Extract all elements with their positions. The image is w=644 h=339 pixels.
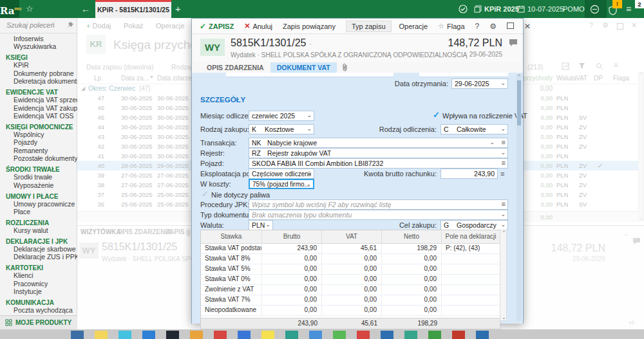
dialog-help-button[interactable]: ? bbox=[475, 22, 480, 31]
sidebar-item[interactable]: Umowy pracownicze bbox=[0, 201, 77, 208]
sidebar-item[interactable]: Wyposażenie bbox=[0, 182, 77, 190]
currency-select[interactable]: PLN ⌄ bbox=[249, 220, 273, 230]
chevron-down-icon: ⌄ bbox=[307, 170, 312, 176]
os-taskbar bbox=[0, 329, 644, 339]
deduction-select[interactable]: CCałkowite ⌄ bbox=[440, 124, 508, 134]
taskbar-app-icon[interactable] bbox=[71, 331, 84, 339]
scrollbar-thumb[interactable] bbox=[517, 80, 521, 125]
jpk-doctype-select[interactable]: Brak oznaczenia typu dokumentu ⌄ bbox=[249, 210, 508, 220]
taskbar-app-icon[interactable] bbox=[214, 331, 227, 339]
purpose-select[interactable]: GGospodarczy ⌄ bbox=[440, 220, 508, 230]
attachment-icon[interactable] bbox=[342, 63, 348, 71]
dialog-settings-button[interactable]: ⚙ bbox=[489, 22, 497, 31]
sidebar-item[interactable]: Pojazdy bbox=[0, 139, 77, 147]
dialog-header: WY 5815K1/1301/25 · Wydatek · SHELL POLS… bbox=[192, 34, 523, 62]
tab-dokument-vat[interactable]: DOKUMENT VAT bbox=[270, 62, 337, 73]
document-subtitle: Wydatek · SHELL POLSKA SPÓŁKA Z OGRANICZ… bbox=[231, 51, 467, 59]
window-stack-icon bbox=[474, 5, 482, 13]
vat-affect-checkbox[interactable]: ✓ bbox=[433, 110, 440, 120]
context-selector[interactable]: KPiR 2025 bbox=[484, 0, 519, 18]
sidebar-item[interactable]: Instytucje bbox=[0, 288, 77, 296]
sidebar-item-moje-produkty[interactable]: MOJE PRODUKTY bbox=[0, 315, 77, 329]
favorite-star-icon[interactable]: ☆ bbox=[26, 0, 33, 18]
sidebar-item[interactable]: Deklaracje skarbowe i JPK bbox=[0, 246, 77, 253]
vehicle-field[interactable]: SKODA FABIA III Combi Ambition LBI87232 … bbox=[249, 158, 508, 169]
taskbar-app-icon[interactable] bbox=[309, 331, 322, 339]
hamburger-menu-icon[interactable]: ≡ bbox=[626, 0, 631, 18]
jpk-procedures-label: Procedury JPK: bbox=[200, 199, 249, 210]
record-type-button[interactable]: Typ zapisu⌄ bbox=[346, 21, 392, 32]
exploitation-select[interactable]: Częściowe odliczenie ⌄ bbox=[249, 169, 314, 179]
taskbar-app-icon[interactable] bbox=[428, 331, 441, 339]
sidebar-item[interactable]: Infoserwis bbox=[0, 35, 77, 43]
pin-icon[interactable] bbox=[68, 22, 73, 28]
sidebar-item[interactable]: KPiR bbox=[0, 62, 77, 69]
taskbar-app-icon[interactable] bbox=[381, 331, 393, 339]
clipped-row bbox=[419, 73, 508, 77]
dialog-body-scrollbar[interactable]: ⌃ bbox=[516, 74, 522, 321]
dialog-close-button[interactable]: ✕ bbox=[524, 22, 531, 31]
gross-label: Kwota brutto rachunku: bbox=[353, 169, 437, 179]
vehicle-label: Pojazd: bbox=[200, 158, 224, 169]
taskbar-app-icon[interactable] bbox=[333, 331, 346, 339]
taskbar-app-icon[interactable] bbox=[452, 331, 465, 339]
status-ok-icon[interactable] bbox=[459, 5, 468, 14]
command-search-input[interactable]: Szukaj poleceń bbox=[0, 18, 77, 33]
sidebar-item[interactable]: Ewidencja VAT zakupu bbox=[0, 105, 77, 113]
taskbar-app-icon[interactable] bbox=[190, 331, 203, 339]
save-button[interactable]: ✓ZAPISZ bbox=[200, 22, 234, 31]
taskbar-app-icon[interactable] bbox=[95, 331, 108, 339]
sidebar-item[interactable]: Kursy walut bbox=[0, 227, 77, 235]
fuel-checkbox[interactable]: ✓ bbox=[202, 190, 209, 199]
sidebar-item[interactable]: Dekretacja dokumentów bbox=[0, 78, 77, 86]
transaction-select[interactable]: NKNabycie krajowe ⌄ ≡ bbox=[249, 138, 508, 148]
vat-table-row: Stawka VAT 5% 0,00 0,00 0,00 bbox=[201, 264, 500, 275]
sidebar-item[interactable]: Wyszukiwarka bbox=[0, 43, 77, 51]
costs-select[interactable]: 75% (pojazd firmo... ⌄ bbox=[249, 179, 314, 189]
menu-icon: ≡ bbox=[500, 169, 504, 179]
sidebar-item[interactable]: Pracownicy bbox=[0, 280, 77, 288]
flag-button[interactable]: ☆Flaga bbox=[438, 22, 464, 30]
sidebar-item[interactable]: Środki trwałe bbox=[0, 174, 77, 181]
app-logo[interactable]: RaPRO bbox=[0, 0, 19, 18]
tab-kpir-document[interactable]: KPiR - 5815K1/1301/25 bbox=[95, 0, 171, 18]
taskbar-app-icon[interactable] bbox=[238, 331, 251, 339]
taskbar-app-icon[interactable] bbox=[357, 331, 370, 339]
register-select[interactable]: RZRejestr zakupów VAT ⌄ bbox=[249, 148, 508, 158]
wy-badge: WY bbox=[200, 39, 225, 56]
sidebar-item[interactable]: Poczta wychodząca bbox=[0, 307, 77, 315]
taskbar-app-icon[interactable] bbox=[118, 331, 131, 339]
taskbar-app-icon[interactable] bbox=[166, 331, 179, 339]
received-date-select[interactable]: 29-06-2025 ⌄ bbox=[451, 78, 508, 89]
back-icon[interactable]: ← bbox=[81, 0, 90, 18]
jpk-procedures-input[interactable]: Wpisz symbol lub wciśnij F2 aby rozwinąć… bbox=[249, 199, 508, 210]
sidebar-item[interactable]: Płace bbox=[0, 208, 77, 216]
sidebar-item[interactable]: Remanenty bbox=[0, 147, 77, 155]
taskbar-app-icon[interactable] bbox=[476, 331, 489, 339]
session-date[interactable]: 10-07-2025 bbox=[527, 0, 564, 18]
sidebar-item[interactable]: Deklaracje ZUS i PPK bbox=[0, 253, 77, 261]
gross-input[interactable]: 243,90 bbox=[440, 169, 498, 179]
tab-opis-zdarzenia[interactable]: OPIS ZDARZENIA bbox=[200, 62, 270, 73]
operations-button[interactable]: Operacje bbox=[399, 23, 428, 30]
purchase-select[interactable]: KKosztowe ⌄ bbox=[249, 124, 314, 134]
sidebar-item[interactable]: Wspólnicy bbox=[0, 131, 77, 139]
taskbar-app-icon[interactable] bbox=[404, 331, 417, 339]
month-select[interactable]: czerwiec 2025 ⌄ bbox=[249, 111, 314, 121]
comment-icon[interactable] bbox=[509, 39, 518, 47]
dialog-maximize-button[interactable] bbox=[507, 22, 514, 31]
purchase-label: Rodzaj zakupu: bbox=[200, 124, 249, 134]
sidebar-item[interactable]: Klienci bbox=[0, 272, 77, 280]
sidebar-item[interactable]: Dokumenty pobrane bbox=[0, 70, 77, 78]
related-record-button[interactable]: Zapis powiązany bbox=[283, 23, 336, 30]
sidebar-item[interactable]: Pozostałe dokumenty bbox=[0, 155, 77, 163]
cancel-button[interactable]: ✕Anuluj bbox=[244, 22, 272, 30]
sidebar-item[interactable]: Ewidencja VAT OSS bbox=[0, 113, 77, 120]
taskbar-app-icon[interactable] bbox=[261, 331, 274, 339]
taskbar-app-icon[interactable] bbox=[285, 331, 298, 339]
sidebar-item: KSIĘGI POMOCNICZE bbox=[0, 123, 77, 131]
taskbar-app-icon[interactable] bbox=[142, 331, 155, 339]
sidebar-item[interactable]: Ewidencja VAT sprzedaży bbox=[0, 96, 77, 104]
new-tab-button[interactable]: + bbox=[175, 0, 181, 18]
vat-table-scrollbar[interactable]: ⌃ ⌄ bbox=[500, 230, 507, 321]
